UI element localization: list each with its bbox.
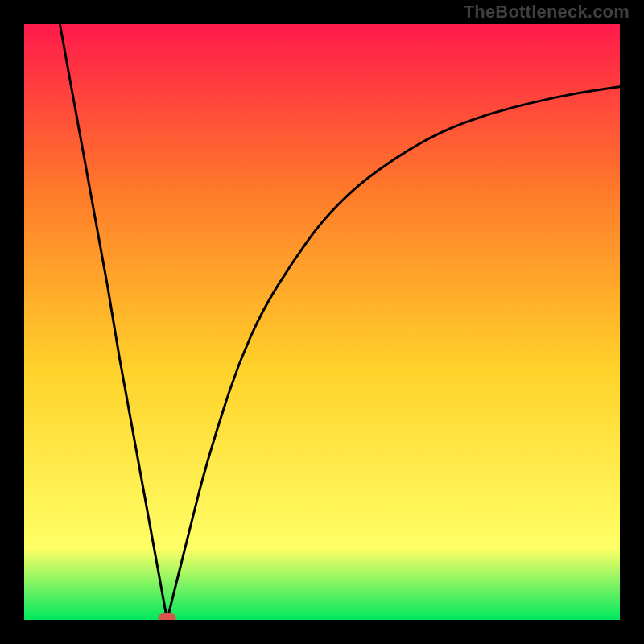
- watermark-text: TheBottleneck.com: [464, 2, 630, 23]
- minimum-marker: [159, 613, 176, 620]
- plot-svg: [24, 24, 620, 620]
- chart-frame: TheBottleneck.com: [0, 0, 644, 644]
- plot-area: [24, 24, 620, 620]
